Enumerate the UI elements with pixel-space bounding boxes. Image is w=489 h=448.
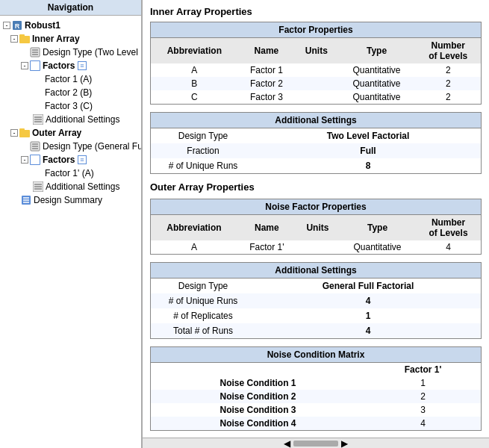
robust1-label: Robust1 <box>25 20 60 31</box>
expand-robust1[interactable]: - <box>3 22 10 29</box>
factors-outer-edit[interactable]: ≡ <box>78 155 86 164</box>
svg-rect-15 <box>31 67 34 70</box>
sidebar-item-design-type-outer[interactable]: Design Type (General Full Factorial) <box>0 140 141 153</box>
factor3c-label: Factor 3 (C) <box>45 101 93 111</box>
setting-key: Design Type <box>151 128 255 143</box>
sidebar-item-factor3c[interactable]: Factor 3 (C) <box>0 99 141 113</box>
svg-rect-12 <box>31 64 34 67</box>
sidebar-item-robust1[interactable]: - R Robust1 <box>0 19 141 32</box>
sidebar-item-outer-array[interactable]: - Outer Array <box>0 126 141 140</box>
settings-row: Design TypeGeneral Full Factorial <box>151 279 481 293</box>
svg-rect-37 <box>37 161 40 164</box>
noise-condition-row: Noise Condition 33 <box>151 403 481 417</box>
setting-key: Total # of Runs <box>151 323 255 338</box>
noise-factor-props-header: Noise Factor Properties <box>151 199 481 215</box>
col-abbr-outer: Abbreviation <box>151 215 237 240</box>
noise-col-factor1: Factor 1' <box>365 363 481 376</box>
expand-factors-inner[interactable]: - <box>21 62 28 69</box>
setting-val: General Full Factorial <box>255 279 481 293</box>
scroll-right[interactable]: ▶ <box>341 438 348 449</box>
inner-array-label: Inner Array <box>32 34 80 44</box>
sidebar-item-add-settings-inner[interactable]: Additional Settings <box>0 113 141 126</box>
factors-inner-icon <box>30 60 40 71</box>
table-row: A Factor 1' Quantitative 4 <box>151 240 481 254</box>
cell-type: Quantitative <box>339 240 416 254</box>
svg-rect-13 <box>34 64 37 67</box>
inner-factor-table: Abbreviation Name Units Type Numberof Le… <box>151 38 481 104</box>
col-units: Units <box>295 38 337 63</box>
outer-array-title: Outer Array Properties <box>150 181 482 193</box>
svg-rect-10 <box>34 61 37 64</box>
sidebar-item-factors-outer[interactable]: - Factors ≡ <box>0 153 141 167</box>
svg-rect-16 <box>34 67 37 70</box>
col-name: Name <box>238 38 296 63</box>
factors-inner-edit[interactable]: ≡ <box>78 61 86 70</box>
sidebar-item-factor1a[interactable]: Factor 1 (A) <box>0 72 141 86</box>
settings-row: # of Unique Runs4 <box>151 293 481 308</box>
sidebar-item-inner-array[interactable]: - Inner Array <box>0 32 141 46</box>
sidebar-item-design-type-inner[interactable]: Design Type (Two Level Factorial) <box>0 46 141 59</box>
add-settings-inner-label: Additional Settings <box>46 114 119 125</box>
settings-row: FractionFull <box>151 143 481 158</box>
col-units-outer: Units <box>296 215 339 240</box>
noise-condition-row: Noise Condition 11 <box>151 376 481 390</box>
noise-condition-label: Noise Condition 4 <box>151 417 365 430</box>
noise-matrix-container: Noise Condition Matrix Factor 1' Noise C… <box>150 346 482 431</box>
noise-condition-value: 1 <box>365 376 481 390</box>
scroll-thumb[interactable] <box>293 441 338 447</box>
sidebar: Navigation - R Robust1 - Inner Array Des… <box>0 0 142 448</box>
svg-rect-34 <box>37 158 40 161</box>
setting-key: Design Type <box>151 279 255 293</box>
h-scrollbar[interactable]: ◀ ▶ <box>143 438 489 448</box>
noise-condition-row: Noise Condition 44 <box>151 417 481 430</box>
setting-val: Full <box>255 143 481 158</box>
main-content: Inner Array Properties Factor Properties… <box>143 0 489 438</box>
sidebar-item-design-summary[interactable]: Design Summary <box>0 193 141 207</box>
setting-val: Two Level Factorial <box>255 128 481 143</box>
cell-levels: 4 <box>416 240 481 254</box>
inner-factor-props-container: Factor Properties Abbreviation Name Unit… <box>150 22 482 105</box>
expand-inner-array[interactable]: - <box>10 35 18 43</box>
factor1a-outer-label: Factor 1' (A) <box>45 168 94 178</box>
design-summary-label: Design Summary <box>34 195 102 205</box>
sidebar-item-factor2b[interactable]: Factor 2 (B) <box>0 86 141 99</box>
noise-condition-value: 3 <box>365 403 481 417</box>
table-row: B Factor 2 Quantitative 2 <box>151 77 481 90</box>
design-type-inner-icon <box>30 47 40 57</box>
svg-rect-35 <box>31 161 34 164</box>
tree: - R Robust1 - Inner Array Design Type (T… <box>0 16 141 210</box>
inner-array-icon <box>19 34 30 44</box>
expand-factors-outer[interactable]: - <box>21 156 28 164</box>
outer-add-settings-header: Additional Settings <box>151 263 481 279</box>
sidebar-header: Navigation <box>0 0 141 16</box>
cell-levels: 2 <box>415 90 481 104</box>
noise-condition-row: Noise Condition 22 <box>151 390 481 403</box>
noise-condition-value: 2 <box>365 390 481 403</box>
settings-row: Design TypeTwo Level Factorial <box>151 128 481 143</box>
sidebar-item-factors-inner[interactable]: - Factors ≡ <box>0 59 141 72</box>
inner-settings-table: Design TypeTwo Level FactorialFractionFu… <box>151 128 481 173</box>
factors-inner-label: Factors <box>43 60 75 71</box>
table-row: A Factor 1 Quantitative 2 <box>151 63 481 77</box>
setting-key: # of Replicates <box>151 308 255 323</box>
setting-val: 1 <box>255 308 481 323</box>
svg-rect-14 <box>37 64 40 67</box>
factors-outer-icon <box>30 155 40 165</box>
expand-outer-array[interactable]: - <box>10 129 18 137</box>
sidebar-item-factor1a-outer[interactable]: Factor 1' (A) <box>0 167 141 180</box>
setting-val: 4 <box>255 323 481 338</box>
cell-abbr: B <box>151 77 238 90</box>
cell-units <box>295 77 337 90</box>
setting-key: # of Unique Runs <box>151 158 255 173</box>
sidebar-item-add-settings-outer[interactable]: Additional Settings <box>0 180 141 193</box>
col-type-outer: Type <box>339 215 416 240</box>
table-row: C Factor 3 Quantitative 2 <box>151 90 481 104</box>
noise-col-condition <box>151 363 365 376</box>
scroll-left[interactable]: ◀ <box>284 438 290 449</box>
setting-val: 8 <box>255 158 481 173</box>
noise-factor-props-container: Noise Factor Properties Abbreviation Nam… <box>150 199 482 255</box>
cell-type: Quantitative <box>338 77 416 90</box>
col-abbr: Abbreviation <box>151 38 238 63</box>
svg-rect-23 <box>19 128 25 131</box>
cell-name: Factor 1' <box>237 240 296 254</box>
